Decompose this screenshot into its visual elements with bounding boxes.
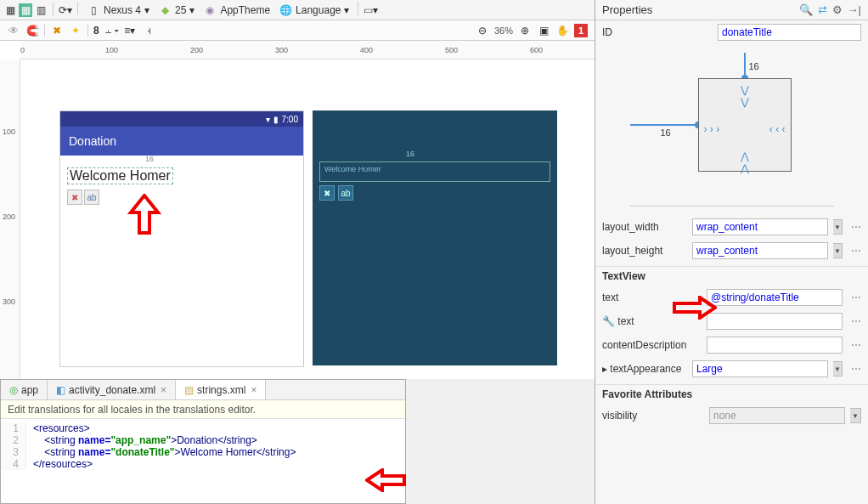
bp-margin-hint: 16 bbox=[406, 150, 414, 158]
donate-title-textview[interactable]: Welcome Homer bbox=[67, 167, 173, 184]
layout-height-field[interactable] bbox=[692, 242, 828, 259]
cycle-icon[interactable]: ⇄ bbox=[818, 3, 827, 16]
bp-baseline-icon[interactable]: ab bbox=[338, 185, 353, 201]
code-body[interactable]: 1<resources> 2 <string name="app_name">D… bbox=[1, 419, 405, 473]
app-bar: Donation bbox=[60, 127, 303, 156]
zoom-percent: 36% bbox=[494, 25, 513, 36]
tab-app[interactable]: ◎app bbox=[1, 380, 48, 399]
phone-icon: ▯ bbox=[87, 3, 100, 17]
chevron-down-icon[interactable]: ▼ bbox=[833, 219, 843, 235]
constraint-widget[interactable]: 16 16 ⋁⋁ › › ›‹ ‹ ‹ ⋀⋀ bbox=[630, 53, 834, 197]
theme-label: AppTheme bbox=[220, 4, 270, 16]
ruler-vertical: 100 200 300 bbox=[0, 59, 20, 379]
android-icon: ◆ bbox=[158, 3, 172, 17]
magnet-icon[interactable]: 🧲 bbox=[25, 24, 39, 37]
device-selector[interactable]: ▯ Nexus 4▾ bbox=[83, 2, 153, 19]
text-field[interactable] bbox=[707, 289, 843, 306]
default-margin-value: 8 bbox=[93, 25, 99, 37]
layout-variants-icon[interactable]: ▭▾ bbox=[364, 3, 377, 17]
margin-icon[interactable]: ⫠▾ bbox=[104, 24, 118, 37]
zoom-fit-icon[interactable]: ▣ bbox=[537, 24, 550, 37]
warnings-badge[interactable]: 1 bbox=[574, 24, 588, 37]
language-label: Language bbox=[296, 4, 341, 16]
code-editor: ◎app ◧activity_donate.xml× ▤strings.xml×… bbox=[0, 379, 406, 504]
infer-constraints-icon[interactable]: ✦ bbox=[69, 24, 82, 37]
section-favorites: Favorite Attributes bbox=[595, 384, 868, 404]
delete-constraint-icon[interactable]: ✖ bbox=[67, 190, 82, 205]
device-label: Nexus 4 bbox=[104, 4, 141, 16]
tab-activity-donate[interactable]: ◧activity_donate.xml× bbox=[48, 380, 176, 399]
layout-height-label: layout_height bbox=[602, 245, 687, 257]
text-label: text bbox=[602, 292, 702, 303]
clear-constraints-icon[interactable]: ✖ bbox=[50, 24, 64, 37]
theme-selector[interactable]: ◉ AppTheme bbox=[200, 2, 273, 19]
pan-icon[interactable]: ✋ bbox=[555, 24, 569, 37]
clock-time: 7:00 bbox=[282, 115, 298, 124]
device-preview[interactable]: ▾ ▮ 7:00 Donation 16 Welcome Homer ✖ ab bbox=[59, 110, 304, 367]
close-icon[interactable]: × bbox=[251, 384, 256, 396]
tab-strings[interactable]: ▤strings.xml× bbox=[176, 380, 266, 399]
text-appearance-field[interactable] bbox=[692, 360, 828, 377]
content-description-label: contentDescription bbox=[602, 339, 702, 351]
globe-icon: 🌐 bbox=[279, 3, 292, 17]
gear-icon[interactable]: ⚙ bbox=[832, 3, 843, 16]
bp-delete-icon[interactable]: ✖ bbox=[319, 185, 335, 201]
guideline-icon[interactable]: ⫞ bbox=[142, 24, 155, 37]
ruler-horizontal: 0 100 200 300 400 500 600 bbox=[20, 41, 595, 59]
layout-width-label: layout_width bbox=[602, 221, 687, 233]
collapse-icon[interactable]: →| bbox=[848, 3, 861, 16]
battery-icon: ▮ bbox=[273, 115, 279, 124]
wifi-icon: ▾ bbox=[266, 115, 270, 124]
editor-tabs: ◎app ◧activity_donate.xml× ▤strings.xml× bbox=[1, 380, 405, 400]
zoom-out-icon[interactable]: ⊖ bbox=[476, 24, 489, 37]
chevron-down-icon[interactable]: ▼ bbox=[833, 361, 843, 377]
section-textview: TextView bbox=[595, 266, 868, 286]
blueprint-label: Welcome Homer bbox=[324, 165, 381, 173]
text-tool-label: 🔧 text bbox=[602, 315, 702, 327]
theme-icon: ◉ bbox=[203, 3, 217, 17]
design-surface[interactable]: 0 100 200 300 400 500 600 100 200 300 ▾ … bbox=[0, 41, 595, 379]
chevron-down-icon[interactable]: ▼ bbox=[833, 243, 843, 258]
orientation-icon[interactable]: ⟳▾ bbox=[59, 3, 72, 17]
id-label: ID bbox=[602, 26, 713, 38]
text-tool-field[interactable] bbox=[707, 313, 843, 330]
language-selector[interactable]: 🌐 Language▾ bbox=[275, 2, 352, 19]
api-selector[interactable]: ◆ 25▾ bbox=[155, 2, 198, 19]
visibility-label: visibility bbox=[602, 410, 704, 422]
search-icon[interactable]: 🔍 bbox=[799, 3, 813, 16]
design-view-icon[interactable]: ▦ bbox=[19, 3, 32, 17]
status-bar: ▾ ▮ 7:00 bbox=[60, 111, 303, 127]
margin-top-hint: 16 bbox=[145, 155, 154, 163]
app-title: Donation bbox=[69, 134, 116, 148]
close-icon[interactable]: × bbox=[161, 384, 166, 396]
zoom-in-icon[interactable]: ⊕ bbox=[518, 24, 532, 37]
api-label: 25 bbox=[175, 4, 186, 16]
editor-notification[interactable]: Edit translations for all locales in the… bbox=[1, 400, 405, 419]
palette-icon[interactable]: ▦ bbox=[3, 3, 17, 17]
layout-width-field[interactable] bbox=[692, 218, 828, 235]
id-field[interactable] bbox=[718, 24, 861, 41]
blueprint-view-icon[interactable]: ▥ bbox=[34, 3, 48, 17]
text-appearance-label[interactable]: ▸ textAppearance bbox=[602, 363, 687, 375]
properties-panel: Properties 🔍 ⇄ ⚙ →| ID 16 16 ⋁⋁ › › ›‹ ‹… bbox=[595, 0, 868, 504]
properties-title: Properties bbox=[602, 3, 652, 16]
chevron-down-icon[interactable]: ▼ bbox=[850, 408, 861, 423]
visibility-field[interactable] bbox=[709, 407, 845, 424]
baseline-icon[interactable]: ab bbox=[84, 190, 99, 205]
eye-icon[interactable]: 👁 bbox=[7, 24, 20, 37]
blueprint-preview[interactable]: 16 Welcome Homer ✖ ab bbox=[313, 110, 557, 365]
content-description-field[interactable] bbox=[707, 337, 843, 354]
align-icon[interactable]: ≡▾ bbox=[123, 24, 137, 37]
